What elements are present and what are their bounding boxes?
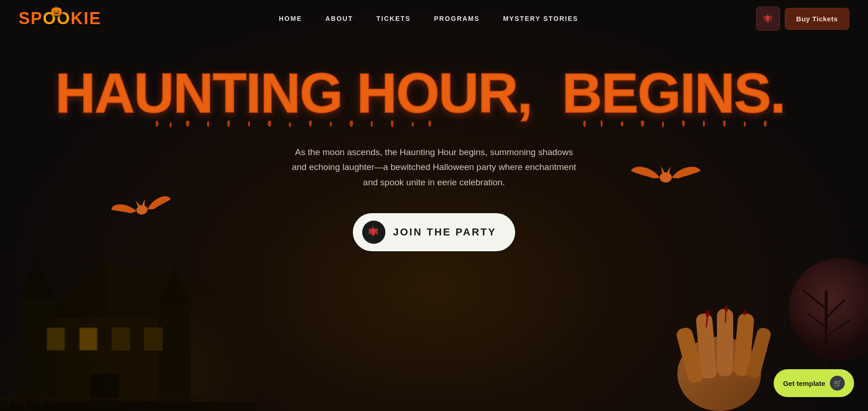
svg-rect-11 — [144, 327, 163, 351]
svg-rect-15 — [0, 402, 256, 411]
hero-section: HAUNTING HOUR, — [0, 37, 868, 251]
logo-pumpkin: OO — [43, 9, 71, 28]
hero-subtitle: As the moon ascends, the Haunting Hour b… — [290, 145, 578, 190]
buy-tickets-button[interactable]: Buy Tickets — [785, 8, 849, 30]
title-line1-container: HAUNTING HOUR, — [55, 65, 532, 131]
svg-line-32 — [725, 309, 726, 323]
svg-rect-14 — [80, 328, 97, 350]
nav-item-programs[interactable]: PROGRAMS — [434, 15, 479, 22]
nav-item-about[interactable]: ABOUT — [325, 15, 353, 22]
logo-kie: KIE — [71, 9, 101, 28]
logo[interactable]: SPOOKIE — [19, 9, 101, 28]
title-line2-container: BEGINS. — [534, 65, 813, 131]
svg-rect-13 — [47, 328, 64, 350]
spider-icon-button[interactable]: 🕷 — [756, 7, 780, 31]
hero-title-line1: HAUNTING HOUR, — [55, 65, 532, 121]
get-template-label: Get template — [783, 379, 825, 387]
get-template-button[interactable]: Get template 🛒 — [774, 369, 854, 397]
svg-rect-10 — [112, 327, 130, 351]
cart-icon: 🛒 — [834, 379, 841, 387]
join-party-button[interactable]: 🕷 JOIN THE PARTY — [353, 213, 515, 251]
join-party-label: JOIN THE PARTY — [393, 226, 497, 238]
moon-illustration — [784, 244, 868, 374]
hand-illustration — [654, 253, 784, 411]
join-spider-icon: 🕷 — [362, 221, 385, 244]
svg-point-33 — [789, 258, 868, 360]
nav-item-tickets[interactable]: TICKETS — [377, 15, 411, 22]
nav-item-home[interactable]: HOME — [279, 15, 302, 22]
spider-icon-join: 🕷 — [369, 227, 379, 237]
logo-text: SPOOKIE — [19, 9, 101, 28]
svg-rect-6 — [158, 304, 191, 411]
navbar-actions: 🕷 Buy Tickets — [756, 7, 849, 31]
house-illustration — [0, 235, 256, 411]
hero-title: HAUNTING HOUR, — [55, 65, 813, 131]
spider-icon: 🕷 — [763, 13, 773, 24]
navbar: SPOOKIE HOME ABOUT TICKETS PROGRAMS MYST… — [0, 0, 868, 37]
logo-sp: SP — [19, 9, 43, 28]
get-template-cart-icon: 🛒 — [830, 376, 845, 391]
nav-item-mystery-stories[interactable]: MYSTERY STORIES — [503, 15, 578, 22]
nav-links: HOME ABOUT TICKETS PROGRAMS MYSTERY STOR… — [279, 15, 578, 22]
svg-point-30 — [743, 310, 747, 315]
hero-title-line2: BEGINS. — [534, 65, 813, 121]
